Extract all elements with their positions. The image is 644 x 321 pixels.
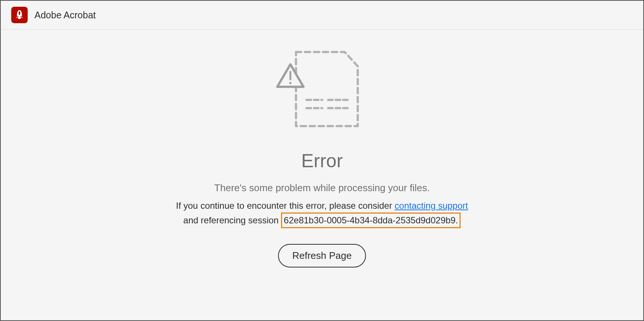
- error-heading: Error: [301, 150, 343, 172]
- refresh-page-button[interactable]: Refresh Page: [278, 244, 366, 268]
- error-panel: Error There's some problem while process…: [1, 30, 643, 268]
- app-title: Adobe Acrobat: [34, 10, 96, 21]
- contact-support-link[interactable]: contacting support: [395, 201, 468, 211]
- error-detail-text: If you continue to encounter this error,…: [176, 199, 468, 228]
- adobe-acrobat-icon: [11, 7, 28, 23]
- session-id: 62e81b30-0005-4b34-8dda-2535d9d029b9.: [284, 215, 458, 225]
- session-id-highlight: 62e81b30-0005-4b34-8dda-2535d9d029b9.: [281, 213, 461, 228]
- error-subtext: There's some problem while processing yo…: [214, 182, 430, 194]
- svg-point-5: [289, 82, 292, 84]
- error-detail-mid: and referencing session: [183, 215, 281, 225]
- error-detail-prefix: If you continue to encounter this error,…: [176, 201, 394, 211]
- error-document-icon: [274, 48, 371, 135]
- app-header: Adobe Acrobat: [1, 1, 643, 30]
